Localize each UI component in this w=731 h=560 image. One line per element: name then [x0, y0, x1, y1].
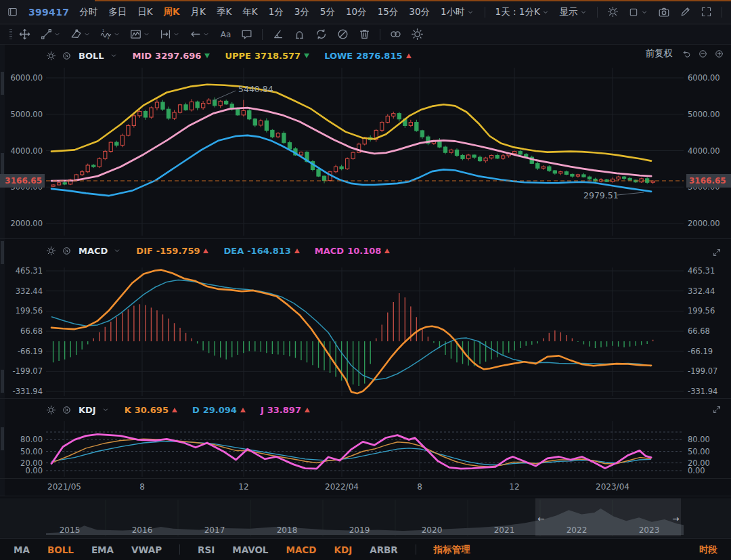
separator	[485, 7, 485, 18]
x-axis-label: 12	[238, 482, 248, 492]
expand-kdj-pane-icon[interactable]	[712, 405, 722, 414]
indicator-tab-MA[interactable]: MA	[14, 544, 30, 555]
undo-icon[interactable]	[682, 49, 692, 59]
macd-macd-field: MACD 10.108	[315, 246, 391, 256]
link-tool-icon[interactable]	[389, 28, 402, 41]
field-label: D	[192, 405, 200, 415]
top-accent-line	[95, 0, 731, 1]
fullscreen-icon[interactable]	[701, 6, 712, 18]
period-tab-15分[interactable]: 15分	[378, 6, 399, 18]
indicator-tab-ARBR[interactable]: ARBR	[370, 544, 398, 555]
settings-icon[interactable]	[607, 6, 619, 18]
hide-tool-icon[interactable]	[336, 28, 349, 41]
symbol-code[interactable]: 399417	[28, 7, 69, 18]
period-tab-10分[interactable]: 10分	[346, 6, 367, 18]
axis-tick-label: 4000.00	[5, 146, 43, 156]
chevron-down-icon[interactable]	[110, 51, 118, 60]
period-tab-月K[interactable]: 月K	[191, 6, 206, 18]
chevron-down-icon[interactable]	[113, 246, 121, 255]
indicator-tab-MAVOL[interactable]: MAVOL	[232, 544, 268, 555]
indicator-name[interactable]: BOLL	[79, 51, 104, 61]
draw-icon[interactable]	[680, 6, 691, 18]
screenshot-icon[interactable]	[658, 6, 670, 18]
chevron-down-icon[interactable]	[102, 406, 110, 414]
period-tab-5分[interactable]: 5分	[320, 6, 335, 18]
period-tab-1分[interactable]: 1分	[269, 6, 284, 18]
selection-left-handle[interactable]: ←	[537, 515, 544, 523]
indicator-tab-指标管理[interactable]: 指标管理	[434, 544, 470, 556]
toolbar-drag-handle[interactable]	[9, 29, 12, 40]
angle-tool-icon[interactable]	[271, 28, 284, 41]
arrow-tool-icon[interactable]	[189, 28, 210, 41]
remove-indicator-icon[interactable]	[62, 405, 72, 415]
axis-tick-label: 80.00	[5, 435, 43, 444]
axis-tick-label: 80.00	[688, 435, 728, 444]
field-label: LOWE	[324, 51, 353, 61]
timeline-year-label: 2022	[567, 525, 588, 535]
selection-right-handle[interactable]: →	[672, 515, 679, 523]
indicator-tab-KDJ[interactable]: KDJ	[334, 544, 352, 555]
indicator-tab-EMA[interactable]: EMA	[91, 544, 114, 555]
period-tab-多日[interactable]: 多日	[108, 6, 127, 18]
kdj-chart[interactable]	[0, 418, 731, 479]
indicator-name[interactable]: MACD	[79, 246, 108, 256]
layout-selector[interactable]	[628, 7, 648, 18]
period-tab-1小时[interactable]: 1小时	[441, 6, 474, 18]
indicator-tab-MACD[interactable]: MACD	[286, 544, 316, 555]
trend-up-icon	[203, 249, 208, 253]
note-tool-icon[interactable]	[240, 28, 253, 41]
interval-selector[interactable]: 1天 : 1分K	[495, 6, 550, 18]
measure-tool-icon[interactable]	[159, 28, 180, 41]
adjust-mode-button[interactable]: 前复权	[646, 47, 673, 60]
display-menu[interactable]: 显示	[560, 6, 588, 18]
kdj-d-field: D 29.094	[192, 405, 246, 415]
zoom-in-icon[interactable]	[714, 49, 724, 59]
axis-tick-label: 2000.00	[688, 219, 728, 228]
axis-tick-label: 66.68	[688, 326, 728, 336]
trendline-tool-icon[interactable]	[40, 28, 61, 41]
text-tool-icon[interactable]: Aa	[219, 28, 231, 41]
channel-tool-icon[interactable]	[70, 28, 91, 41]
wave-tool-icon[interactable]: 13	[99, 28, 120, 41]
period-tab-30分[interactable]: 30分	[409, 6, 430, 18]
remove-indicator-icon[interactable]	[62, 246, 72, 256]
indicator-settings-icon[interactable]	[46, 246, 56, 256]
macd-dif-field: DIF -159.759	[136, 246, 208, 256]
expand-macd-pane-icon[interactable]	[712, 248, 722, 257]
field-value: 30.695	[135, 405, 169, 415]
separator	[722, 7, 722, 18]
timeline-minimap[interactable]: ← → 201520162017201820192020202120222023	[0, 498, 731, 538]
indicator-settings-icon[interactable]	[46, 405, 56, 415]
cycle-tool-icon[interactable]	[315, 28, 328, 41]
macd-chart[interactable]	[0, 261, 731, 402]
period-tab-季K[interactable]: 季K	[217, 6, 231, 18]
settings-tool-icon[interactable]	[411, 28, 424, 41]
indicator-tab-RSI[interactable]: RSI	[198, 544, 215, 555]
indicator-settings-icon[interactable]	[46, 51, 56, 61]
window-icon[interactable]	[7, 6, 18, 18]
indicator-name[interactable]: KDJ	[79, 405, 96, 415]
magnet-tool-icon[interactable]	[293, 28, 306, 41]
main-candlestick-chart[interactable]	[0, 65, 731, 240]
period-tab-周K[interactable]: 周K	[164, 6, 180, 18]
zoom-out-icon[interactable]	[698, 49, 708, 59]
axis-tick-label: -199.07	[5, 366, 43, 376]
period-tab-分时[interactable]: 分时	[79, 6, 97, 18]
move-tool-icon[interactable]	[18, 28, 31, 41]
x-axis-label: 2023/04	[596, 482, 629, 492]
x-axis-label: 2021/05	[47, 482, 81, 492]
indicator-tab-VWAP[interactable]: VWAP	[131, 544, 162, 555]
tab-session[interactable]: 时段	[699, 544, 717, 556]
indicator-tab-BOLL[interactable]: BOLL	[47, 544, 74, 555]
pattern-tool-icon[interactable]	[129, 28, 150, 41]
field-value: -159.759	[156, 246, 200, 256]
period-tab-日K[interactable]: 日K	[137, 6, 152, 18]
separator	[416, 544, 416, 555]
period-tab-年K[interactable]: 年K	[242, 6, 257, 18]
remove-indicator-icon[interactable]	[62, 51, 72, 61]
kdj-indicator-header: KDJ K 30.695 D 29.094 J 33.897	[46, 402, 310, 418]
delete-tool-icon[interactable]	[358, 28, 371, 41]
axis-tick-label: -199.07	[688, 366, 728, 376]
drawing-toolbar: 13Aa	[0, 24, 731, 45]
period-tab-3分[interactable]: 3分	[294, 6, 309, 18]
